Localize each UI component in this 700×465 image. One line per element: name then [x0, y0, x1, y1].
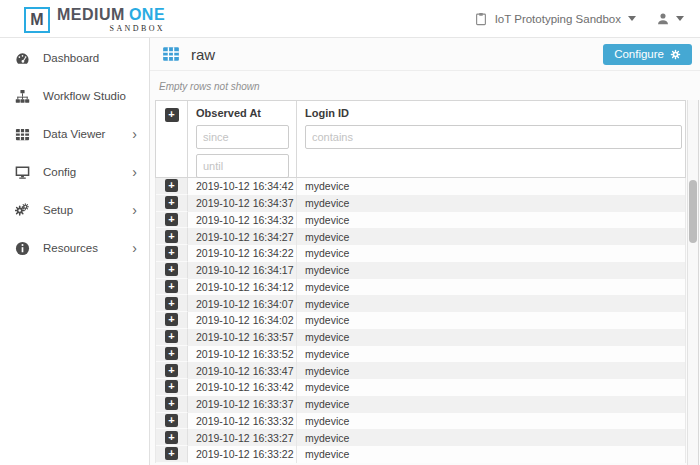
row-observed-at: 2019-10-12 16:33:52: [188, 346, 297, 363]
sidebar-item-resources[interactable]: Resources ›: [0, 229, 149, 267]
row-observed-at: 2019-10-12 16:34:12: [188, 279, 297, 296]
expand-row-button[interactable]: +: [165, 297, 178, 310]
expand-cell: +: [156, 212, 188, 229]
sidebar-item-dashboard[interactable]: Dashboard: [0, 39, 149, 77]
row-observed-at: 2019-10-12 16:33:22: [188, 446, 297, 463]
expand-cell: +: [156, 329, 188, 346]
expand-cell: +: [156, 245, 188, 262]
expand-row-button[interactable]: +: [165, 380, 178, 393]
desktop-icon: [15, 165, 31, 180]
row-observed-at: 2019-10-12 16:34:32: [188, 212, 297, 229]
dashboard-icon: [15, 51, 31, 66]
expand-row-button[interactable]: +: [165, 313, 178, 326]
sidebar-item-label: Dashboard: [43, 52, 99, 64]
expand-row-button[interactable]: +: [165, 246, 178, 259]
expand-row-button[interactable]: +: [165, 414, 178, 427]
expand-cell: +: [156, 262, 188, 279]
expand-row-button[interactable]: +: [165, 230, 178, 243]
row-login-id: mydevice: [297, 178, 685, 195]
expand-row-button[interactable]: +: [165, 330, 178, 343]
table-scrollbar[interactable]: [687, 100, 699, 465]
row-login-id: mydevice: [297, 329, 685, 346]
expand-cell: +: [156, 413, 188, 430]
scrollbar-thumb[interactable]: [689, 180, 697, 243]
expand-row-button[interactable]: +: [165, 179, 178, 192]
row-login-id: mydevice: [297, 429, 685, 446]
observed-at-column-header: Observed At: [188, 101, 297, 177]
expand-row-button[interactable]: +: [165, 431, 178, 444]
expand-row-button[interactable]: +: [165, 447, 178, 460]
table-icon: [15, 127, 31, 142]
table-row: + 2019-10-12 16:33:37 mydevice: [156, 396, 685, 413]
expand-cell: +: [156, 178, 188, 195]
expand-row-button[interactable]: +: [165, 263, 178, 276]
expand-cell: +: [156, 346, 188, 363]
user-menu[interactable]: [656, 12, 684, 26]
logo-sandbox: SANDBOX: [57, 24, 165, 33]
contains-filter-input[interactable]: [305, 125, 682, 149]
row-observed-at: 2019-10-12 16:33:37: [188, 396, 297, 413]
row-login-id: mydevice: [297, 312, 685, 329]
table-row: + 2019-10-12 16:33:47 mydevice: [156, 362, 685, 379]
data-table: + Observed At Login ID + 2019-10-12 16:3…: [155, 100, 686, 463]
row-observed-at: 2019-10-12 16:34:07: [188, 295, 297, 312]
logo-one: ONE: [129, 6, 165, 23]
table-icon: [162, 45, 180, 63]
since-filter-input[interactable]: [196, 125, 289, 149]
row-observed-at: 2019-10-12 16:33:57: [188, 329, 297, 346]
table-row: + 2019-10-12 16:34:22 mydevice: [156, 245, 685, 262]
row-login-id: mydevice: [297, 446, 685, 463]
expand-row-button[interactable]: +: [165, 280, 178, 293]
sidebar-item-config[interactable]: Config ›: [0, 153, 149, 191]
sidebar-item-workflow-studio[interactable]: Workflow Studio: [0, 77, 149, 115]
expand-row-button[interactable]: +: [165, 196, 178, 209]
logo-m-icon: M: [24, 7, 50, 33]
workspace-selector[interactable]: IoT Prototyping Sandbox: [474, 12, 636, 26]
row-login-id: mydevice: [297, 379, 685, 396]
expand-row-button[interactable]: +: [165, 397, 178, 410]
row-observed-at: 2019-10-12 16:34:02: [188, 312, 297, 329]
expand-cell: +: [156, 362, 188, 379]
expand-all-button[interactable]: +: [165, 108, 179, 122]
row-login-id: mydevice: [297, 245, 685, 262]
expand-row-button[interactable]: +: [165, 347, 178, 360]
table-row: + 2019-10-12 16:34:12 mydevice: [156, 279, 685, 296]
chevron-down-icon: [628, 16, 636, 21]
table-row: + 2019-10-12 16:34:32 mydevice: [156, 212, 685, 229]
expand-row-button[interactable]: +: [165, 213, 178, 226]
expand-cell: +: [156, 279, 188, 296]
logo-wordmark: MEDIUMONE: [57, 5, 165, 24]
expand-row-button[interactable]: +: [165, 364, 178, 377]
row-login-id: mydevice: [297, 295, 685, 312]
logo-text: MEDIUMONE SANDBOX: [57, 5, 165, 33]
configure-button[interactable]: Configure: [603, 44, 692, 65]
sidebar-item-data-viewer[interactable]: Data Viewer ›: [0, 115, 149, 153]
row-observed-at: 2019-10-12 16:33:32: [188, 413, 297, 430]
expand-cell: +: [156, 379, 188, 396]
table-row: + 2019-10-12 16:34:27 mydevice: [156, 228, 685, 245]
expand-cell: +: [156, 312, 188, 329]
column-label-observed-at: Observed At: [188, 105, 296, 123]
row-observed-at: 2019-10-12 16:34:37: [188, 195, 297, 212]
workspace-label: IoT Prototyping Sandbox: [495, 13, 621, 25]
row-login-id: mydevice: [297, 362, 685, 379]
table-row: + 2019-10-12 16:33:27 mydevice: [156, 429, 685, 446]
row-observed-at: 2019-10-12 16:33:47: [188, 362, 297, 379]
configure-button-label: Configure: [614, 48, 664, 60]
medium-one-logo[interactable]: M MEDIUMONE SANDBOX: [24, 5, 165, 33]
row-login-id: mydevice: [297, 228, 685, 245]
table-row: + 2019-10-12 16:34:42 mydevice: [156, 178, 685, 195]
expand-cell: +: [156, 396, 188, 413]
row-observed-at: 2019-10-12 16:34:27: [188, 228, 297, 245]
page-title: raw: [191, 46, 215, 63]
row-observed-at: 2019-10-12 16:34:42: [188, 178, 297, 195]
info-icon: [15, 241, 31, 256]
until-filter-input[interactable]: [196, 154, 289, 178]
top-bar: M MEDIUMONE SANDBOX IoT Prototyping Sand…: [0, 0, 700, 38]
gear-icon: [670, 49, 681, 60]
sidebar-item-setup[interactable]: Setup ›: [0, 191, 149, 229]
sidebar-item-label: Setup: [43, 204, 73, 216]
row-login-id: mydevice: [297, 279, 685, 296]
user-icon: [656, 12, 670, 26]
expand-cell: +: [156, 295, 188, 312]
